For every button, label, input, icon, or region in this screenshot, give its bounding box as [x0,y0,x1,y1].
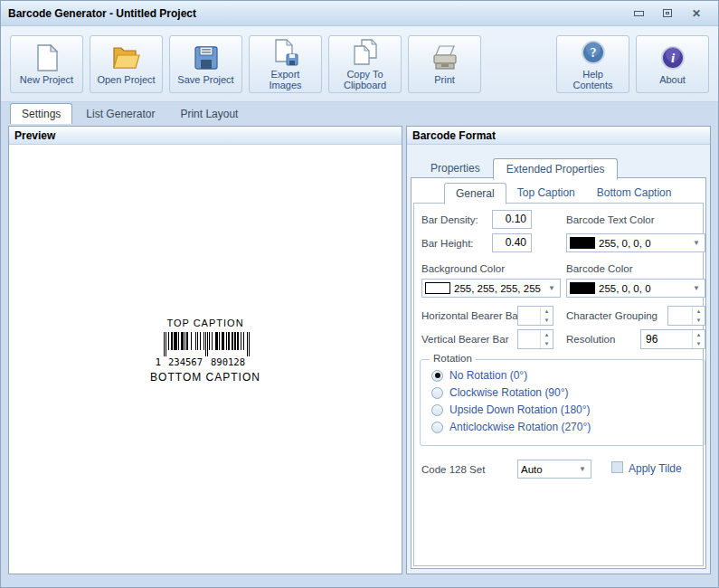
code128-set-dropdown[interactable]: Auto ▼ [517,460,591,479]
color-swatch [570,237,595,249]
preview-header: Preview [9,127,402,145]
horizontal-bearer-bar-spinner[interactable]: ▲▼ [517,306,553,326]
about-button[interactable]: i About [636,35,709,93]
tab-settings[interactable]: Settings [10,103,72,124]
color-swatch [425,282,450,294]
spin-down-icon[interactable]: ▼ [693,316,705,325]
tab-bottom-caption[interactable]: Bottom Caption [586,183,683,204]
extended-properties-page: General Top Caption Bottom Caption Bar D… [411,177,706,569]
tab-list-generator[interactable]: List Generator [74,103,166,124]
tab-extended-properties[interactable]: Extended Properties [493,158,619,180]
color-swatch [570,282,595,294]
content-area: Preview TOP CAPTION 1234567890128 BOTTOM… [1,124,718,587]
chevron-down-icon: ▼ [579,465,588,473]
toolbar-right-group: ? Help Contents i About [556,35,709,93]
bar-height-label: Bar Height: [421,238,474,249]
toolbar-button-label: Print [434,74,455,85]
help-contents-button[interactable]: ? Help Contents [556,35,629,93]
spin-up-icon[interactable]: ▲ [541,330,553,339]
radio-anticlockwise-rotation[interactable]: Anticlockwise Rotation (270°) [431,421,591,433]
close-icon[interactable]: ✕ [689,7,704,20]
radio-no-rotation[interactable]: No Rotation (0°) [431,369,527,382]
chevron-down-icon: ▼ [693,284,702,292]
minimize-icon[interactable] [631,7,646,20]
copy-to-clipboard-button[interactable]: Copy To Clipboard [328,35,402,93]
resolution-label: Resolution [566,334,615,345]
bar-height-input[interactable]: 0.40 [492,233,532,252]
toolbar-button-label: Help Contents [572,69,612,90]
character-grouping-label: Character Grouping [566,310,658,321]
background-color-dropdown[interactable]: 255, 255, 255, 255 ▼ [421,279,561,298]
tab-general[interactable]: General [444,183,506,204]
window-title: Barcode Generator - Untitled Project [8,7,196,20]
print-button[interactable]: Print [408,35,481,93]
barcode-color-label: Barcode Color [566,263,633,274]
general-page: Bar Density: 0.10 Barcode Text Color Bar… [413,203,704,566]
tab-print-layout[interactable]: Print Layout [168,103,250,124]
barcode-format-body: Properties Extended Properties General T… [407,145,710,574]
horizontal-bearer-bar-label: Horizontal Bearer Bar [421,310,522,321]
about-icon: i [658,43,688,72]
barcode-format-header: Barcode Format [407,127,710,145]
spin-up-icon[interactable]: ▲ [541,307,553,316]
spin-down-icon[interactable]: ▼ [693,339,705,348]
radio-icon [431,387,443,399]
radio-icon [431,422,443,433]
toolbar-left-group: New Project Open Project [10,35,481,93]
export-images-button[interactable]: Export Images [249,35,322,93]
restore-icon[interactable] [660,7,675,20]
toolbar-button-label: Export Images [269,69,301,90]
vertical-bearer-bar-label: Vertical Bearer Bar [421,334,509,345]
toolbar-button-label: New Project [20,74,73,85]
apply-tilde-label[interactable]: Apply Tilde [629,462,682,475]
resolution-spinner[interactable]: 96 ▲▼ [640,329,705,349]
preview-body: TOP CAPTION 1234567890128 BOTTOM CAPTION [9,145,402,574]
radio-clockwise-rotation[interactable]: Clockwise Rotation (90°) [431,386,569,399]
toolbar: New Project Open Project [1,26,718,102]
tab-top-caption[interactable]: Top Caption [506,183,586,204]
vertical-bearer-bar-spinner[interactable]: ▲▼ [517,329,553,349]
print-icon [430,43,460,72]
bar-density-label: Bar Density: [421,214,478,225]
barcode-image: 1234567890128 [155,332,256,368]
app-window: Barcode Generator - Untitled Project ✕ N… [0,0,719,588]
bar-density-input[interactable]: 0.10 [492,210,532,229]
spin-down-icon[interactable]: ▼ [541,316,553,325]
code128-set-label: Code 128 Set [421,464,485,475]
barcode-color-dropdown[interactable]: 255, 0, 0, 0 ▼ [566,279,705,298]
save-project-button[interactable]: Save Project [169,35,242,93]
svg-text:890128: 890128 [211,356,245,368]
main-tab-strip: Settings List Generator Print Layout [1,102,718,124]
copy-to-clipboard-icon [350,38,381,67]
window-controls: ✕ [631,7,711,20]
caption-tab-strip: General Top Caption Bottom Caption [444,183,682,204]
barcode-text-color-dropdown[interactable]: 255, 0, 0, 0 ▼ [566,233,705,252]
barcode-text-color-label: Barcode Text Color [566,214,655,225]
spin-down-icon[interactable]: ▼ [541,339,553,348]
barcode-format-panel: Barcode Format Properties Extended Prope… [406,126,711,574]
save-project-icon [191,43,222,72]
radio-upside-down-rotation[interactable]: Upside Down Rotation (180°) [431,403,591,416]
svg-text:1: 1 [155,356,161,368]
new-project-button[interactable]: New Project [10,35,83,93]
barcode-preview: TOP CAPTION 1234567890128 BOTTOM CAPTION [150,318,260,384]
spin-up-icon[interactable]: ▲ [693,330,705,339]
apply-tilde-checkbox[interactable] [611,461,623,473]
spin-up-icon[interactable]: ▲ [693,307,705,316]
barcode-bottom-caption: BOTTOM CAPTION [150,371,260,384]
chevron-down-icon: ▼ [693,239,702,247]
radio-icon [431,404,443,416]
toolbar-button-label: Open Project [97,74,155,85]
rotation-legend: Rotation [430,353,476,364]
background-color-label: Background Color [421,263,505,274]
rotation-groupbox: Rotation No Rotation (0°) Clockwise Rota… [420,359,705,446]
export-images-icon [270,38,301,67]
title-bar: Barcode Generator - Untitled Project ✕ [1,1,718,26]
help-contents-icon: ? [578,38,609,67]
toolbar-button-label: Save Project [177,74,233,85]
barcode-top-caption: TOP CAPTION [166,318,243,328]
character-grouping-spinner[interactable]: ▲▼ [667,306,705,326]
open-project-button[interactable]: Open Project [90,35,163,93]
preview-panel: Preview TOP CAPTION 1234567890128 BOTTOM… [8,126,402,574]
radio-icon [431,370,443,382]
